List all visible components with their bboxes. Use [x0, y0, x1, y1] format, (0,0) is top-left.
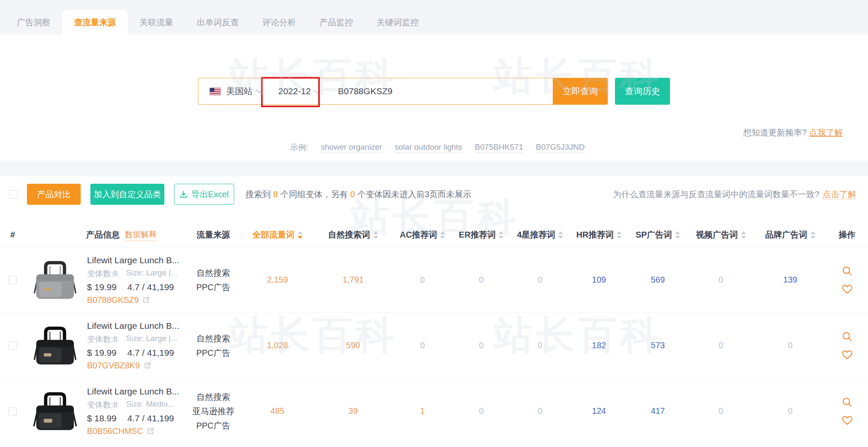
result-summary: 搜索到8个同组变体，另有0个变体因未进入前3页而未展示 — [245, 189, 471, 200]
brand-words-cell: 139 — [755, 275, 826, 285]
compare-products-button[interactable]: 产品对比 — [27, 184, 81, 205]
count-link[interactable]: 182 — [592, 341, 606, 350]
tab-product-monitor[interactable]: 产品监控 — [308, 10, 365, 34]
count-link[interactable]: 2,159 — [267, 275, 288, 284]
col-header-er-words[interactable]: ER推荐词 — [452, 229, 511, 241]
all-words-cell: 2,159 — [242, 275, 313, 285]
tab-ad-insight[interactable]: 广告洞察 — [5, 10, 62, 34]
col-header-4star-words[interactable]: 4星推荐词 — [511, 229, 570, 241]
external-link-icon[interactable] — [147, 428, 154, 435]
count-link: 0 — [420, 341, 425, 350]
count-link[interactable]: 139 — [783, 275, 797, 284]
sort-icon[interactable] — [675, 231, 680, 239]
sort-icon[interactable] — [741, 231, 746, 239]
count-link[interactable]: 124 — [592, 406, 606, 415]
product-image[interactable] — [32, 388, 79, 435]
heart-icon[interactable] — [842, 350, 853, 360]
count-link[interactable]: 109 — [592, 275, 606, 284]
example-link[interactable]: shower organizer — [321, 143, 382, 153]
month-select[interactable]: 2022-12 — [267, 86, 325, 96]
tab-keyword-monitor[interactable]: 关键词监控 — [365, 10, 430, 34]
search-icon[interactable] — [842, 265, 853, 277]
product-image[interactable] — [32, 257, 79, 304]
col-header-brand-words[interactable]: 品牌广告词 — [755, 229, 826, 241]
tab-review-analysis[interactable]: 评论分析 — [251, 10, 308, 34]
faq-link[interactable]: 点击了解 — [823, 190, 856, 199]
search-icon[interactable] — [842, 397, 853, 408]
search-icon[interactable] — [842, 331, 853, 342]
sort-icon[interactable] — [558, 231, 563, 239]
product-title[interactable]: Lifewit Large Lunch B... — [87, 321, 179, 331]
heart-icon[interactable] — [842, 284, 853, 294]
count-link[interactable]: 1 — [420, 406, 425, 415]
count-link[interactable]: 417 — [651, 406, 665, 415]
example-link[interactable]: B07G5J3JND — [536, 143, 585, 153]
asin-link[interactable]: B07GVBZ8K9 — [87, 361, 140, 370]
asin-link[interactable]: B0B56CHMSC — [87, 426, 143, 436]
traffic-source-cell: 自然搜索 PPC广告 — [185, 331, 242, 360]
sort-icon[interactable] — [810, 231, 815, 239]
price-label: $ 19.99 — [87, 348, 116, 358]
brand-words-cell: 0 — [755, 406, 826, 416]
count-link[interactable]: 1,791 — [343, 275, 364, 284]
col-header-ac-words[interactable]: AC推荐词 — [393, 229, 452, 241]
count-link[interactable]: 590 — [346, 341, 360, 350]
product-title[interactable]: Lifewit Large Lunch B... — [87, 255, 179, 265]
site-select[interactable]: 美国站 — [198, 85, 267, 97]
col-header-sp-words[interactable]: SP广告词 — [628, 229, 687, 241]
sort-icon[interactable] — [298, 231, 303, 239]
sort-icon[interactable] — [499, 231, 504, 239]
export-excel-button[interactable]: 导出Excel — [174, 184, 234, 205]
select-all-checkbox[interactable] — [9, 190, 18, 198]
example-link[interactable]: solar outdoor lights — [395, 143, 462, 153]
col-header-video-words[interactable]: 视频广告词 — [687, 229, 755, 241]
product-image[interactable] — [32, 322, 79, 369]
tab-order-word-reverse[interactable]: 出单词反查 — [185, 10, 251, 34]
query-now-button[interactable]: 立即查询 — [553, 78, 608, 105]
rating-label: 4.7 / 41,199 — [127, 413, 174, 423]
count-link: 0 — [538, 275, 542, 284]
col-header-all-words[interactable]: 全部流量词 — [242, 229, 313, 241]
count-link[interactable]: 573 — [651, 341, 665, 350]
download-icon — [179, 190, 187, 198]
sort-icon[interactable] — [373, 231, 378, 239]
keyword-input[interactable] — [325, 86, 553, 96]
sort-icon[interactable] — [440, 231, 445, 239]
count-link[interactable]: 39 — [348, 406, 358, 415]
search-box: 美国站 2022-12 — [198, 78, 553, 105]
count-link: 0 — [420, 275, 425, 284]
count-link[interactable]: 1,028 — [267, 341, 288, 350]
col-header-hr-words[interactable]: HR推荐词 — [570, 229, 628, 241]
asin-link[interactable]: B0788GKSZ9 — [87, 295, 139, 305]
data-explain-link[interactable]: 数据解释 — [125, 229, 157, 241]
count-link: 0 — [718, 406, 723, 415]
size-label: Size: Mediu... — [126, 399, 174, 410]
example-link[interactable]: B075BHK571 — [475, 143, 523, 153]
count-link: 0 — [718, 341, 723, 350]
sp-words-cell: 573 — [628, 341, 687, 350]
external-link-icon[interactable] — [142, 296, 150, 304]
heart-icon[interactable] — [842, 415, 853, 426]
er-words-cell: 0 — [452, 341, 511, 350]
row-checkbox[interactable] — [8, 276, 17, 284]
add-to-category-button[interactable]: 加入到自定义品类 — [90, 184, 164, 205]
product-title[interactable]: Lifewit Large Lunch B... — [87, 386, 179, 397]
table-row: Lifewit Large Lunch B... 变体数:8 Size: Lar… — [0, 247, 868, 313]
col-header-organic-words[interactable]: 自然搜索词 — [313, 229, 393, 241]
count-link: 0 — [479, 275, 483, 284]
count-link[interactable]: 569 — [651, 275, 665, 284]
tab-related-traffic[interactable]: 关联流量 — [128, 10, 185, 34]
tab-traffic-source[interactable]: 查流量来源 — [62, 10, 128, 34]
row-checkbox[interactable] — [8, 407, 17, 415]
col-header-action: 操作 — [826, 229, 868, 241]
rating-label: 4.7 / 41,199 — [127, 348, 174, 358]
us-flag-icon — [209, 87, 221, 95]
external-link-icon[interactable] — [144, 362, 151, 369]
update-frequency-link[interactable]: 点我了解 — [809, 128, 843, 137]
example-queries: 示例: shower organizer solar outdoor light… — [290, 142, 585, 153]
sp-words-cell: 417 — [628, 406, 687, 416]
query-history-button[interactable]: 查询历史 — [615, 78, 670, 105]
row-checkbox[interactable] — [8, 341, 17, 350]
sort-icon[interactable] — [617, 231, 622, 239]
count-link[interactable]: 485 — [270, 406, 284, 415]
